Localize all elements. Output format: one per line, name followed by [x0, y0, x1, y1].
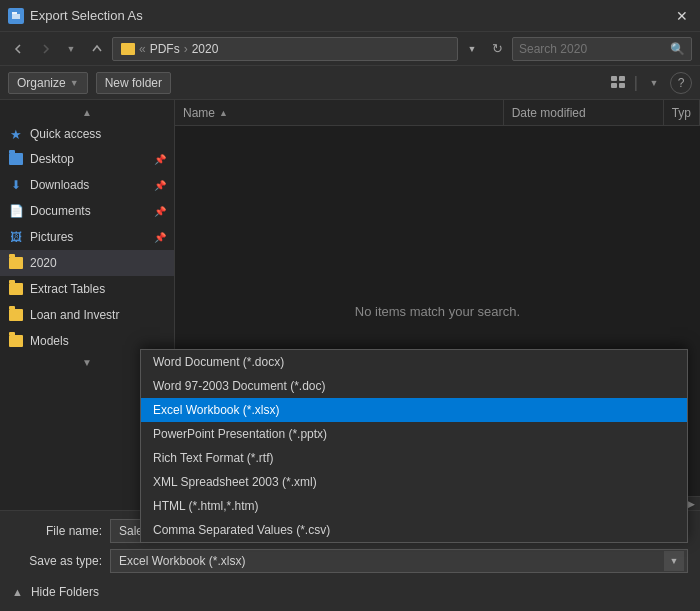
breadcrumb[interactable]: « PDFs › 2020	[112, 37, 458, 61]
folder-loan-icon	[8, 307, 24, 323]
sidebar-scroll-up[interactable]: ▲	[0, 104, 174, 120]
dropdown-item-pptx[interactable]: PowerPoint Presentation (*.pptx)	[141, 422, 687, 446]
savetype-wrapper[interactable]: ▼	[110, 549, 688, 573]
breadcrumb-dropdown[interactable]: ▼	[462, 37, 482, 61]
dropdown-item-xml[interactable]: XML Spreadsheet 2003 (*.xml)	[141, 470, 687, 494]
pin-icon: 📌	[154, 154, 166, 165]
hide-folders-label[interactable]: Hide Folders	[31, 585, 99, 599]
back-button[interactable]	[8, 38, 30, 60]
pin-icon-2: 📌	[154, 180, 166, 191]
breadcrumb-folder-icon	[121, 43, 135, 55]
dropdown-item-html[interactable]: HTML (*.html,*.htm)	[141, 494, 687, 518]
view-dropdown[interactable]: ▼	[642, 71, 666, 95]
folder-icon	[8, 151, 24, 167]
forward-button[interactable]	[34, 38, 56, 60]
pin-icon-3: 📌	[154, 206, 166, 217]
svg-rect-1	[611, 76, 617, 81]
window-title: Export Selection As	[30, 8, 672, 23]
pictures-icon: 🖼	[8, 229, 24, 245]
view-button[interactable]	[606, 71, 630, 95]
toolbar: Organize ▼ New folder | ▼ ?	[0, 66, 700, 100]
sidebar-item-downloads[interactable]: ⬇ Downloads 📌	[0, 172, 174, 198]
title-bar: Export Selection As ✕	[0, 0, 700, 32]
dropdown-button[interactable]: ▼	[60, 38, 82, 60]
folder-models-icon	[8, 333, 24, 349]
folder-2020-icon	[8, 255, 24, 271]
folder-extract-icon	[8, 281, 24, 297]
savetype-input[interactable]	[110, 549, 688, 573]
bottom-area: Word Document (*.docx) Word 97-2003 Docu…	[0, 510, 700, 611]
sidebar-item-2020[interactable]: 2020	[0, 250, 174, 276]
dropdown-item-rtf[interactable]: Rich Text Format (*.rtf)	[141, 446, 687, 470]
sidebar-quick-access: ★ Quick access	[0, 120, 174, 146]
hide-folders-row[interactable]: ▲ Hide Folders	[12, 579, 688, 603]
dropdown-item-word-doc[interactable]: Word Document (*.docx)	[141, 350, 687, 374]
close-button[interactable]: ✕	[672, 6, 692, 26]
sidebar-item-extract-tables[interactable]: Extract Tables	[0, 276, 174, 302]
organize-chevron: ▼	[70, 78, 79, 88]
search-input[interactable]	[519, 42, 670, 56]
documents-icon: 📄	[8, 203, 24, 219]
organize-button[interactable]: Organize ▼	[8, 72, 88, 94]
pin-icon-4: 📌	[154, 232, 166, 243]
new-folder-button[interactable]: New folder	[96, 72, 171, 94]
sidebar-item-loan[interactable]: Loan and Investr	[0, 302, 174, 328]
sidebar-item-pictures[interactable]: 🖼 Pictures 📌	[0, 224, 174, 250]
filename-label: File name:	[12, 524, 102, 538]
sidebar-item-desktop[interactable]: Desktop 📌	[0, 146, 174, 172]
dropdown-item-csv[interactable]: Comma Separated Values (*.csv)	[141, 518, 687, 542]
search-icon: 🔍	[670, 42, 685, 56]
col-type-header[interactable]: Typ	[664, 100, 700, 125]
breadcrumb-current: 2020	[192, 42, 219, 56]
dropdown-item-excel-wb[interactable]: Excel Workbook (*.xlsx)	[141, 398, 687, 422]
savetype-dropdown-arrow[interactable]: ▼	[664, 551, 684, 571]
svg-rect-2	[619, 76, 625, 81]
hide-folders-chevron: ▲	[12, 586, 23, 598]
view-separator: |	[634, 74, 638, 92]
dropdown-item-word-97[interactable]: Word 97-2003 Document (*.doc)	[141, 374, 687, 398]
savetype-row: Save as type: ▼	[12, 549, 688, 573]
window-icon	[8, 8, 24, 24]
sort-arrow: ▲	[219, 108, 228, 118]
svg-rect-3	[611, 83, 617, 88]
refresh-button[interactable]: ↻	[486, 38, 508, 60]
download-icon: ⬇	[8, 177, 24, 193]
search-box[interactable]: 🔍	[512, 37, 692, 61]
savetype-label: Save as type:	[12, 554, 102, 568]
svg-rect-4	[619, 83, 625, 88]
up-button[interactable]	[86, 38, 108, 60]
help-button[interactable]: ?	[670, 72, 692, 94]
save-type-dropdown[interactable]: Word Document (*.docx) Word 97-2003 Docu…	[140, 349, 688, 543]
file-header: Name ▲ Date modified Typ	[175, 100, 700, 126]
sidebar-item-documents[interactable]: 📄 Documents 📌	[0, 198, 174, 224]
toolbar-right: | ▼ ?	[606, 71, 692, 95]
star-icon: ★	[8, 126, 24, 142]
col-name-header[interactable]: Name ▲	[175, 100, 504, 125]
breadcrumb-folder: PDFs	[150, 42, 180, 56]
col-date-header[interactable]: Date modified	[504, 100, 664, 125]
nav-bar: ▼ « PDFs › 2020 ▼ ↻ 🔍	[0, 32, 700, 66]
empty-message: No items match your search.	[355, 304, 520, 319]
